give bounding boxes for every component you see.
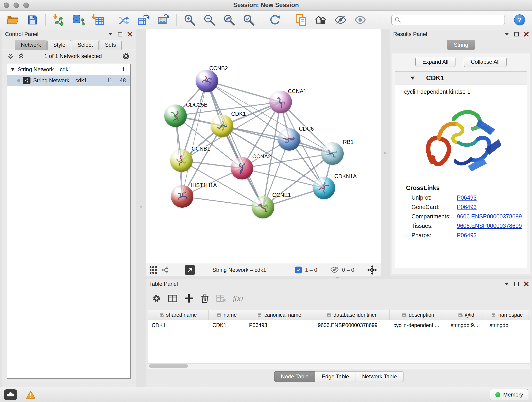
column-header-database-identifier[interactable]: database identifier — [314, 310, 390, 320]
node-CDKN1A[interactable] — [313, 177, 335, 199]
expand-all-icon[interactable] — [18, 53, 24, 60]
gear-icon[interactable] — [122, 52, 130, 60]
memory-button[interactable]: Memory — [490, 389, 528, 400]
minimize-window-button[interactable] — [13, 2, 19, 8]
table-cell[interactable]: 9606.ENSP00000378699 — [314, 320, 390, 330]
collapse-all-icon[interactable] — [7, 53, 14, 60]
node-CDC6[interactable] — [278, 128, 300, 151]
crosslink-link[interactable]: P06493 — [457, 204, 476, 211]
refresh-button[interactable] — [266, 12, 284, 28]
home-button[interactable] — [312, 12, 330, 28]
close-panel-icon[interactable] — [524, 281, 529, 287]
float-panel-icon[interactable] — [504, 282, 509, 286]
node-CDC25B[interactable] — [164, 104, 187, 127]
save-session-button[interactable] — [23, 12, 42, 28]
node-CCNE1[interactable] — [252, 196, 274, 218]
collection-expander-icon[interactable] — [10, 68, 15, 71]
node-HIST1H1A[interactable] — [171, 185, 193, 208]
help-button[interactable]: ? — [514, 14, 525, 26]
vertical-splitter-handle[interactable] — [140, 206, 142, 208]
float-panel-icon[interactable] — [504, 32, 509, 36]
create-column-icon[interactable] — [184, 294, 194, 303]
table-cell[interactable]: stringdb — [486, 320, 529, 330]
float-panel-icon[interactable] — [108, 32, 113, 36]
edge-CCNB2-HIST1H1A[interactable] — [182, 81, 207, 196]
zoom-window-button[interactable] — [23, 2, 29, 8]
table-cell[interactable]: CDK1 — [209, 320, 245, 330]
close-window-button[interactable] — [4, 2, 9, 8]
crosslink-link[interactable]: 9606.ENSP00000378699 — [457, 223, 522, 229]
tab-select[interactable]: Select — [72, 40, 99, 50]
zoom-fit-button[interactable] — [220, 12, 238, 28]
cloud-status-button[interactable] — [4, 389, 17, 400]
horizontal-scrollbar[interactable] — [148, 363, 530, 369]
table-cell[interactable]: stringdb:9... — [447, 320, 486, 330]
node-CCNA1[interactable] — [269, 91, 292, 113]
maximize-panel-icon[interactable] — [514, 282, 519, 286]
zoom-in-button[interactable] — [181, 12, 199, 28]
vertical-splitter-handle[interactable] — [384, 152, 386, 154]
edge-CDK1-RB1[interactable] — [222, 126, 332, 153]
tab-node-table[interactable]: Node Table — [274, 371, 315, 382]
tab-sets[interactable]: Sets — [99, 40, 122, 50]
column-header-name[interactable]: name — [209, 310, 245, 320]
hide-details-button[interactable] — [331, 12, 350, 28]
close-panel-icon[interactable] — [524, 32, 529, 37]
node-CCNB1[interactable] — [170, 149, 193, 172]
node-CDK1[interactable] — [211, 115, 233, 137]
close-panel-icon[interactable] — [127, 32, 133, 37]
maximize-panel-icon[interactable] — [118, 32, 122, 36]
import-network-database-button[interactable] — [69, 12, 88, 28]
documentation-button[interactable] — [292, 12, 310, 28]
export-image-button[interactable] — [154, 12, 173, 28]
network-canvas[interactable]: CCNB2CCNA1CDC25BCDK1CDC6RB1CCNB1CCNA2CDK… — [146, 29, 381, 263]
tab-network[interactable]: Network — [15, 40, 47, 50]
open-session-button[interactable] — [4, 12, 22, 28]
fit-content-crosshair-icon[interactable] — [367, 265, 377, 275]
tab-string[interactable]: String — [447, 40, 475, 50]
network-collection-row[interactable]: String Network – cdk1 1 — [7, 64, 130, 75]
tab-edge-table[interactable]: Edge Table — [315, 371, 356, 382]
selected-checkbox-icon[interactable] — [295, 267, 302, 274]
node-RB1[interactable] — [321, 142, 344, 165]
table-settings-gear-icon[interactable] — [152, 294, 161, 303]
node-CCNB2[interactable] — [196, 70, 218, 92]
collapse-all-button[interactable]: Collapse All — [464, 57, 507, 67]
table-cell[interactable]: P06493 — [245, 320, 314, 330]
grid-icon[interactable] — [150, 266, 157, 274]
table-cell[interactable]: CDK1 — [148, 320, 209, 330]
new-network-selection-button[interactable] — [115, 12, 133, 28]
edge-HIST1H1A-CCNE1[interactable] — [182, 196, 263, 207]
node-CCNA2[interactable] — [231, 157, 253, 179]
crosslink-link[interactable]: P06493 — [457, 194, 476, 201]
column-header-shared-name[interactable]: shared name — [148, 310, 209, 320]
column-header-@id[interactable]: @id — [447, 310, 486, 320]
column-header-description[interactable]: description — [390, 310, 447, 320]
zoom-out-button[interactable] — [200, 12, 219, 28]
search-input[interactable] — [403, 17, 502, 23]
tab-style[interactable]: Style — [47, 40, 71, 50]
select-columns-icon[interactable] — [168, 294, 177, 303]
entry-expander-icon[interactable] — [410, 76, 415, 80]
maximize-panel-icon[interactable] — [514, 32, 519, 36]
edge-CCNB2-CCNE1[interactable] — [207, 81, 263, 207]
crosslink-link[interactable]: P06493 — [457, 232, 476, 239]
zoom-selected-button[interactable] — [240, 12, 258, 28]
expand-all-button[interactable]: Expand All — [415, 57, 456, 67]
open-in-new-window-button[interactable] — [185, 265, 195, 275]
import-table-button[interactable] — [89, 12, 107, 28]
warnings-button[interactable] — [24, 389, 37, 400]
tab-network-table[interactable]: Network Table — [355, 371, 404, 382]
crosslink-link[interactable]: 9606.ENSP00000378699 — [457, 213, 522, 220]
clone-network-button[interactable] — [135, 12, 153, 28]
network-overview-icon[interactable] — [162, 266, 169, 274]
network-row-selected[interactable]: String Network – cdk1 11 48 — [7, 75, 130, 86]
delete-column-trash-icon[interactable] — [201, 294, 209, 303]
column-header-canonical-name[interactable]: canonical name — [245, 310, 314, 320]
table-row[interactable]: CDK1CDK1P064939606.ENSP00000378699cyclin… — [148, 320, 530, 330]
show-details-button[interactable] — [351, 12, 369, 28]
hidden-eye-slash-icon[interactable] — [330, 266, 339, 273]
import-network-file-button[interactable] — [50, 12, 68, 28]
search-box[interactable] — [391, 15, 505, 25]
horizontal-splitter-handle[interactable] — [336, 277, 339, 279]
